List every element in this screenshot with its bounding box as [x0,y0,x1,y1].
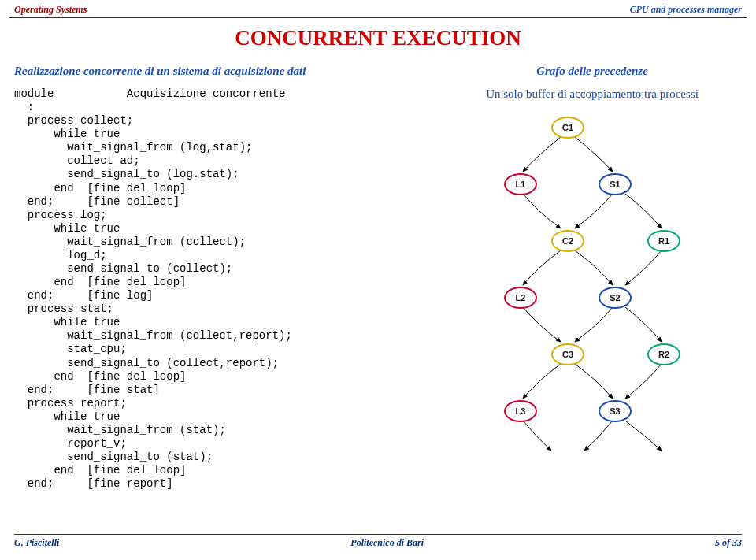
graph-edges [458,117,742,455]
page-title: CONCURRENT EXECUTION [0,26,756,50]
node-l3: L3 [504,400,537,422]
node-c1: C1 [551,117,584,139]
node-l1: L1 [504,173,537,195]
page-header: Operating Systems CPU and processes mana… [0,0,756,17]
footer-author: G. Piscitelli [14,537,59,549]
node-r2: R2 [647,343,680,365]
node-s3: S3 [598,400,632,422]
node-c2: C2 [551,230,584,252]
right-column: Grafo delle precedenze Un solo buffer di… [427,65,742,491]
footer-row: G. Piscitelli Politecnico di Bari 5 of 3… [14,537,742,549]
footer-institution: Politecnico di Bari [350,537,424,549]
header-right-topic: CPU and processes manager [630,4,742,16]
left-column: Realizzazione concorrente di un sistema … [14,65,427,491]
precedence-graph: C1 L1 S1 C2 R1 L2 S2 C3 R2 L3 S3 [458,117,742,455]
header-divider [9,17,747,18]
footer-page-number: 5 of 33 [715,537,742,549]
content-area: Realizzazione concorrente di un sistema … [0,65,756,491]
node-s2: S2 [598,287,632,309]
header-left-course: Operating Systems [14,4,87,16]
node-r1: R1 [647,230,680,252]
right-description: Un solo buffer di accoppiamento tra proc… [443,87,742,101]
node-l2: L2 [504,287,537,309]
left-subtitle: Realizzazione concorrente di un sistema … [14,65,427,78]
node-c3: C3 [551,343,584,365]
right-subtitle: Grafo delle precedenze [443,65,742,78]
node-s1: S1 [598,173,632,195]
page-footer: G. Piscitelli Politecnico di Bari 5 of 3… [0,534,756,549]
footer-divider [14,534,742,535]
code-block: module Acquisizione_concorrente : proces… [14,87,427,491]
